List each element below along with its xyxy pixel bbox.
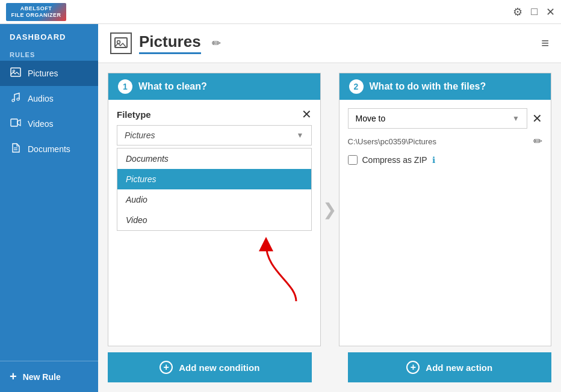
filetype-chevron-icon: ▼	[297, 131, 304, 139]
condition-panel-heading: What to clean?	[138, 81, 207, 92]
new-rule-plus-icon: +	[10, 370, 17, 384]
add-action-plus-icon: +	[406, 361, 420, 374]
filetype-dropdown-list[interactable]: Documents Pictures Audio Video	[117, 148, 312, 231]
action-type-dropdown[interactable]: Move to ▼	[348, 108, 528, 129]
dropdown-item-video[interactable]: Video	[117, 210, 311, 230]
new-rule-label: New Rule	[23, 372, 61, 382]
path-row: C:\Users\pc0359\Pictures ✏	[348, 135, 543, 148]
settings-icon[interactable]: ⚙	[513, 5, 522, 19]
filetype-label: Filetype	[117, 109, 151, 120]
condition-step-number: 1	[118, 79, 132, 94]
action-panel-header: 2 What to do with the files?	[339, 73, 551, 100]
new-rule-button[interactable]: + New Rule	[0, 361, 98, 392]
sidebar-item-documents[interactable]: Documents	[0, 136, 98, 162]
page-title: Pictures	[139, 32, 201, 54]
svg-rect-4	[11, 119, 17, 126]
action-step-number: 2	[349, 79, 364, 94]
top-bar-left: ABELSOFTFILE ORGANIZER	[6, 3, 66, 21]
condition-panel-header: 1 What to clean?	[108, 73, 320, 100]
hamburger-menu-icon[interactable]: ≡	[541, 35, 549, 51]
dropdown-item-audio[interactable]: Audio	[117, 189, 311, 210]
sidebar-item-videos[interactable]: Videos	[0, 111, 98, 136]
condition-panel-body: Filetype ✕ Pictures ▼ Documents Pictures…	[108, 100, 320, 346]
content-area: Pictures ✏ ≡ 1 What to clean? Filetype	[98, 24, 561, 392]
connector-chevron-icon: ❯	[323, 200, 336, 219]
action-panel: 2 What to do with the files? Move to ▼ ✕	[339, 73, 552, 346]
top-bar-right: ⚙ □ ✕	[513, 5, 555, 19]
app-logo: ABELSOFTFILE ORGANIZER	[6, 3, 66, 21]
sidebar-item-label-pictures: Pictures	[28, 69, 58, 78]
add-condition-button[interactable]: + Add new condition	[108, 352, 312, 382]
connector-area: ❯	[321, 73, 339, 346]
documents-icon	[10, 142, 22, 156]
path-edit-button[interactable]: ✏	[533, 135, 542, 148]
sidebar-item-label-videos: Videos	[28, 119, 54, 129]
sidebar-item-audios[interactable]: Audios	[0, 86, 98, 111]
sidebar-item-pictures[interactable]: Pictures	[0, 61, 98, 86]
svg-rect-0	[11, 68, 20, 76]
svg-point-1	[13, 70, 15, 72]
compress-label[interactable]: Compress as ZIP	[362, 155, 427, 165]
sidebar: DASHBOARD RULES Pictures	[0, 24, 98, 392]
red-arrow-indicator	[254, 235, 302, 310]
pictures-icon	[10, 67, 22, 80]
sidebar-header: DASHBOARD	[0, 24, 98, 47]
panels-row: 1 What to clean? Filetype ✕ Pictures ▼	[98, 63, 561, 346]
sidebar-item-label-documents: Documents	[28, 144, 70, 154]
page-header: Pictures ✏ ≡	[98, 24, 561, 63]
audios-icon	[10, 92, 22, 105]
compress-checkbox[interactable]	[348, 155, 358, 165]
filetype-dropdown-selected[interactable]: Pictures ▼	[117, 125, 312, 145]
add-condition-plus-icon: +	[160, 361, 173, 374]
compress-row: Compress as ZIP ℹ	[348, 155, 543, 165]
condition-close-button[interactable]: ✕	[302, 108, 312, 120]
sidebar-section-label: RULES	[0, 47, 98, 61]
filetype-row: Filetype ✕	[117, 108, 312, 120]
page-edit-icon[interactable]: ✏	[212, 37, 221, 50]
action-close-button[interactable]: ✕	[532, 112, 542, 124]
action-panel-heading: What to do with the files?	[370, 81, 486, 92]
panels-footer: + Add new condition + Add new action	[98, 346, 561, 392]
sidebar-item-label-audios: Audios	[28, 94, 54, 103]
page-header-left: Pictures ✏	[110, 32, 221, 54]
destination-path: C:\Users\pc0359\Pictures	[348, 137, 529, 146]
maximize-icon[interactable]: □	[531, 5, 538, 18]
app-name-text: ABELSOFTFILE ORGANIZER	[11, 5, 61, 19]
action-panel-body: Move to ▼ ✕ C:\Users\pc0359\Pictures ✏ C…	[339, 100, 551, 346]
add-action-button[interactable]: + Add new action	[348, 352, 552, 382]
add-action-label: Add new action	[426, 363, 492, 373]
videos-icon	[10, 117, 22, 130]
footer-spacer	[318, 352, 342, 382]
action-select-row: Move to ▼ ✕	[348, 108, 543, 129]
page-title-icon	[110, 32, 132, 54]
add-condition-label: Add new condition	[179, 363, 259, 373]
close-icon[interactable]: ✕	[546, 5, 555, 19]
compress-info-icon[interactable]: ℹ	[432, 155, 435, 165]
sidebar-footer: + New Rule	[0, 361, 98, 392]
action-chevron-icon: ▼	[512, 114, 519, 123]
condition-panel: 1 What to clean? Filetype ✕ Pictures ▼	[108, 73, 321, 346]
dropdown-item-documents[interactable]: Documents	[117, 149, 311, 169]
dropdown-item-pictures[interactable]: Pictures	[117, 169, 311, 189]
action-selected-value: Move to	[356, 114, 386, 123]
top-bar: ABELSOFTFILE ORGANIZER ⚙ □ ✕	[0, 0, 561, 24]
filetype-selected-value: Pictures	[125, 130, 155, 140]
